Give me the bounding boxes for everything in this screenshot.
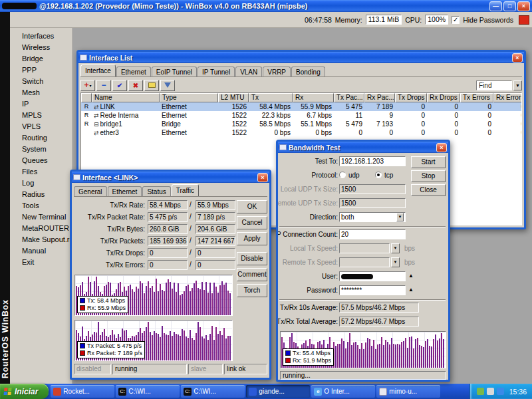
link-tab-ethernet[interactable]: Ethernet (108, 186, 142, 196)
close-test-button[interactable]: Close (411, 184, 446, 196)
sidebar-item-queues[interactable]: Queues (10, 155, 72, 166)
maximize-button[interactable]: □ (503, 1, 516, 11)
column-header-tx-pac[interactable]: Tx Pac... (334, 93, 364, 102)
column-header-tx-drops[interactable]: Tx Drops (395, 93, 427, 102)
sidebar-item-exit[interactable]: Exit (10, 257, 72, 268)
taskbar-task-o-inter[interactable]: eO Inter... (311, 385, 375, 398)
tab-ethernet[interactable]: Ethernet (116, 66, 151, 76)
interface-window-titlebar[interactable]: Interface <LINK> × (72, 172, 269, 183)
tray-icon-antivirus[interactable] (477, 388, 484, 395)
sidebar-item-vpls[interactable]: VPLS (10, 121, 72, 132)
password-label: Password: (307, 287, 338, 294)
close-button[interactable]: × (517, 1, 530, 11)
stop-button[interactable]: Stop (411, 170, 446, 182)
column-header-tx[interactable]: Tx (249, 93, 293, 102)
column-header-rx-drops[interactable]: Rx Drops (427, 93, 460, 102)
sidebar-item-system[interactable]: System (10, 144, 72, 155)
sidebar-item-files[interactable]: Files (10, 166, 72, 178)
sidebar-item-bridge[interactable]: Bridge (10, 53, 72, 65)
tab-eoip-tunnel[interactable]: EoIP Tunnel (152, 66, 197, 76)
start-button[interactable]: Start (411, 156, 446, 168)
user-input[interactable] (339, 271, 406, 281)
sidebar-item-tools[interactable]: Tools (10, 200, 72, 211)
link-tab-traffic[interactable]: Traffic (172, 184, 199, 196)
sidebar-item-radius[interactable]: Radius (10, 189, 72, 200)
hide-passwords-checkbox[interactable]: ✓ (452, 16, 460, 24)
slash-separator: / (190, 225, 192, 232)
disable-button[interactable]: Disable (237, 252, 267, 265)
filter-button[interactable] (160, 80, 175, 91)
link-tab-general[interactable]: General (74, 186, 107, 196)
start-button-taskbar[interactable]: Iniciar (0, 384, 49, 399)
enable-button[interactable]: ✔ (112, 80, 127, 91)
disable-button[interactable]: ✖ (128, 80, 143, 91)
sidebar-item-switch[interactable]: Switch (10, 76, 72, 87)
sidebar-item-log[interactable]: Log (10, 178, 72, 189)
console-icon: C: (184, 388, 192, 396)
column-header-rx-pac[interactable]: Rx Pac... (364, 93, 395, 102)
column-header-type[interactable]: Type (160, 93, 218, 102)
minimize-button[interactable]: — (489, 1, 502, 11)
tcp-radio[interactable] (375, 172, 382, 178)
sidebar-item-make-supout-rif[interactable]: Make Supout.rif (10, 234, 72, 245)
comment-button[interactable] (144, 80, 159, 91)
column-header-name[interactable]: Name (92, 93, 160, 102)
sidebar-item-mpls[interactable]: MPLS (10, 110, 72, 121)
tray-icon-volume[interactable] (487, 388, 494, 395)
column-header-rx-errors[interactable]: Rx Errors (493, 93, 522, 102)
link-statusbar: disabledrunningslavelink ok (74, 364, 267, 374)
tray-icon-network[interactable] (497, 388, 504, 395)
taskbar-task-rocket[interactable]: Rocket... (51, 385, 114, 398)
tcp-connection-count-input[interactable]: 20 (339, 229, 406, 239)
sidebar-item-mesh[interactable]: Mesh (10, 87, 72, 98)
column-header-tx-errors[interactable]: Tx Errors (460, 93, 493, 102)
taskbar-task-giande[interactable]: giande... (246, 385, 310, 398)
direction-select[interactable]: ▼both (339, 212, 406, 222)
apply-button[interactable]: Apply (237, 232, 267, 245)
find-dropdown-icon[interactable]: ▼ (513, 80, 522, 90)
taskbar-task-c-wi[interactable]: C:C:\WI... (181, 385, 245, 398)
sidebar-item-ppp[interactable]: PPP (10, 65, 72, 76)
column-header-flags[interactable] (81, 93, 92, 102)
link-tab-status[interactable]: Status (142, 186, 170, 196)
comment-button[interactable]: Comment (237, 268, 267, 281)
torch-button[interactable]: Torch (237, 284, 267, 297)
bandwidth-test-titlebar[interactable]: Bandwidth Test × (278, 142, 448, 153)
tab-interface[interactable]: Interface (80, 65, 116, 76)
remove-button[interactable]: − (96, 80, 111, 91)
udp-radio[interactable] (339, 172, 346, 178)
user-expand-icon[interactable]: ▲ (408, 273, 414, 279)
tab-bonding[interactable]: Bonding (291, 66, 325, 76)
cancel-button[interactable]: Cancel (237, 216, 267, 229)
chevron-down-icon[interactable]: ▼ (396, 213, 404, 221)
tab-vrrp[interactable]: VRRP (263, 66, 291, 76)
test-to-input[interactable]: 192.168.1.203 (339, 156, 406, 166)
close-icon[interactable]: × (257, 173, 268, 182)
sidebar-item-manual[interactable]: Manual (10, 245, 72, 257)
interface-row-link[interactable]: R⇄LINKEthernet152658.4 Mbps55.9 Mbps5 47… (81, 102, 521, 111)
interface-row-bridge1[interactable]: R⊟bridge1Bridge152258.5 Mbps55.1 Mbps5 4… (81, 120, 521, 128)
ok-button[interactable]: OK (237, 200, 267, 213)
interface-list-titlebar[interactable]: Interface List × (78, 52, 524, 63)
interface-row-rede-interna[interactable]: R⇄Rede InternaEthernet152222.3 kbps6.7 k… (81, 111, 521, 120)
tab-vlan[interactable]: VLAN (235, 66, 262, 76)
column-header-l2-mtu[interactable]: L2 MTU (218, 93, 249, 102)
close-icon[interactable]: × (436, 143, 447, 152)
tab-ip-tunnel[interactable]: IP Tunnel (198, 66, 235, 76)
interface-row-ether3[interactable]: ⇄ether3Ethernet15220 bps0 bps000000 (81, 128, 521, 137)
column-header-rx[interactable]: Rx (293, 93, 334, 102)
close-icon[interactable]: × (512, 53, 523, 63)
taskbar-task-mimo-u[interactable]: mimo-u... (376, 385, 440, 398)
sidebar-item-new-terminal[interactable]: New Terminal (10, 211, 72, 223)
find-input[interactable]: Find (476, 80, 512, 90)
password-input[interactable]: ******** (339, 285, 406, 295)
sidebar-item-ip[interactable]: IP (10, 98, 72, 110)
taskbar-task-c-wi[interactable]: C:C:\WI... (116, 385, 180, 398)
password-expand-icon[interactable]: ▲ (408, 287, 414, 293)
app-titlebar[interactable]: @192.168.1.202 (Provedor (Mimo Teste)) -… (0, 0, 532, 12)
sidebar-item-wireless[interactable]: Wireless (10, 42, 72, 53)
sidebar-item-interfaces[interactable]: Interfaces (10, 31, 72, 42)
sidebar-item-routing[interactable]: Routing (10, 132, 72, 144)
add-button[interactable]: +▾ (80, 80, 95, 91)
sidebar-item-metarouter[interactable]: MetaROUTER (10, 223, 72, 234)
